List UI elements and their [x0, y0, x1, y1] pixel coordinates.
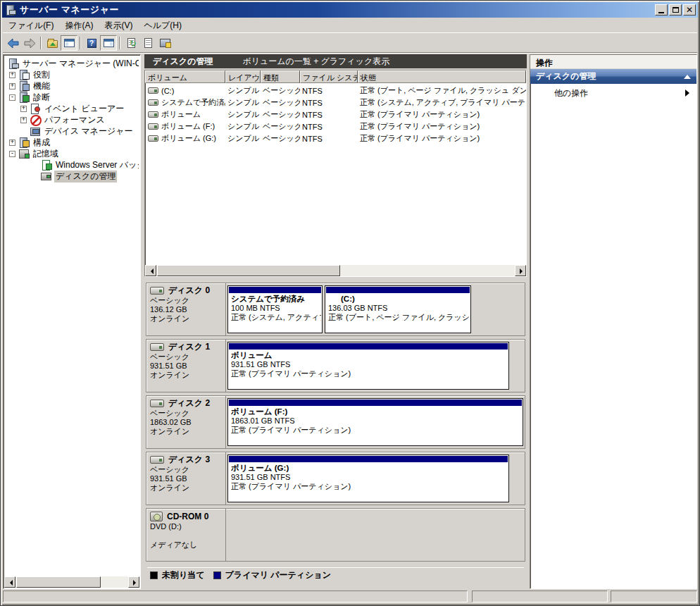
tree-item-roles[interactable]: + 役割: [5, 69, 139, 80]
volume-row-system-reserved[interactable]: システムで予約済み シンプル ベーシック NTFS 正常 (システム, アクティ…: [145, 97, 526, 109]
volume-row-c[interactable]: (C:) シンプル ベーシック NTFS 正常 (ブート, ページ ファイル, …: [145, 85, 526, 97]
menu-file[interactable]: ファイル(F): [3, 18, 59, 33]
volume-row-f[interactable]: ボリューム (F:) シンプル ベーシック NTFS 正常 (プライマリ パーテ…: [145, 120, 526, 132]
collapse-icon[interactable]: [684, 75, 691, 79]
disk-0-label[interactable]: ディスク 0 ベーシック 136.12 GB オンライン: [146, 283, 226, 335]
partition-f[interactable]: ボリューム (F:) 1863.01 GB NTFS 正常 (プライマリ パーテ…: [227, 398, 523, 446]
new-console-button[interactable]: [156, 35, 173, 51]
tree-horizontal-scrollbar[interactable]: [4, 576, 139, 588]
help-icon: ?: [87, 39, 96, 48]
toolbar-separator: [40, 37, 42, 49]
tree-item-storage[interactable]: - 記憶域: [5, 148, 139, 159]
windows-server-backup-icon: [41, 160, 52, 170]
volume-row-g[interactable]: ボリューム (G:) シンプル ベーシック NTFS 正常 (プライマリ パーテ…: [145, 132, 526, 144]
diagnostics-icon: [18, 92, 30, 102]
disk-0-partitions: システムで予約済み 100 MB NTFS 正常 (システム, アクティブ, プ…: [226, 283, 525, 335]
minimize-icon: [658, 12, 664, 13]
view-header: ディスクの管理 ボリュームの一覧 + グラフィック表示: [144, 54, 527, 68]
disk-row-3: ディスク 3 ベーシック 931.51 GB オンライン ボリューム (G:) …: [146, 452, 525, 505]
disk-management-icon: [41, 171, 52, 181]
volume-icon: [148, 87, 158, 94]
roles-icon: [18, 70, 30, 80]
show-console-tree-button[interactable]: [61, 35, 77, 51]
column-filesystem[interactable]: ファイル システム: [300, 70, 358, 83]
back-button[interactable]: [4, 35, 21, 51]
forward-button[interactable]: [21, 35, 38, 51]
tree-item-event-viewer[interactable]: + イベント ビューアー: [5, 103, 139, 114]
features-icon: [18, 81, 30, 91]
configuration-icon: [18, 137, 30, 147]
partition-system-reserved[interactable]: システムで予約済み 100 MB NTFS 正常 (システム, アクティブ, プ…: [227, 285, 323, 333]
partition-g[interactable]: ボリューム (G:) 931.51 GB NTFS 正常 (プライマリ パーティ…: [227, 455, 509, 502]
cdrom-row: CD-ROM 0 DVD (D:) メディアなし: [146, 508, 525, 562]
refresh-button[interactable]: ↻: [123, 35, 139, 51]
expander-icon[interactable]: +: [20, 117, 27, 123]
tree-item-features[interactable]: + 機能: [5, 80, 139, 92]
back-icon: [7, 38, 19, 49]
server-manager-icon: [8, 58, 19, 68]
expander-icon[interactable]: +: [20, 106, 27, 112]
disk-1-label[interactable]: ディスク 1 ベーシック 931.51 GB オンライン: [146, 340, 226, 392]
primary-partition-bar: [229, 400, 522, 406]
console-icon: [160, 39, 170, 47]
disk-3-partitions: ボリューム (G:) 931.51 GB NTFS 正常 (プライマリ パーティ…: [226, 452, 525, 505]
tree-item-server-manager[interactable]: サーバー マネージャー (WIN-OQQII3: [5, 58, 139, 69]
disk-1-partitions: ボリューム 931.51 GB NTFS 正常 (プライマリ パーティション): [226, 340, 525, 392]
scroll-left-button[interactable]: [4, 576, 15, 588]
action-pane: 操作 ディスクの管理 他の操作: [530, 54, 697, 589]
menu-action[interactable]: 操作(A): [59, 18, 99, 33]
tree-item-diagnostics[interactable]: - 診断: [5, 92, 139, 103]
expander-icon[interactable]: -: [9, 94, 15, 101]
up-one-level-button[interactable]: [44, 35, 61, 51]
maximize-button[interactable]: [669, 4, 682, 16]
column-volume[interactable]: ボリューム: [145, 70, 225, 83]
column-layout[interactable]: レイアウト: [225, 70, 261, 83]
expander-icon[interactable]: -: [9, 151, 15, 157]
disk-icon: [150, 343, 164, 351]
toolbar-separator: [80, 37, 81, 49]
partition-c[interactable]: (C:) 136.03 GB NTFS 正常 (ブート, ページ ファイル, ク…: [325, 285, 471, 333]
graphical-view: ディスク 0 ベーシック 136.12 GB オンライン システムで予約済み 1…: [144, 277, 527, 589]
primary-partition-bar: [229, 456, 508, 462]
scroll-right-button[interactable]: [515, 265, 526, 276]
expander-icon[interactable]: +: [9, 72, 15, 78]
scroll-right-button[interactable]: [128, 576, 139, 588]
show-action-pane-button[interactable]: [100, 35, 117, 51]
disk-management-view: ディスクの管理 ボリュームの一覧 + グラフィック表示 ボリューム レイアウト …: [144, 54, 527, 589]
close-icon: ✕: [686, 6, 693, 13]
disk-2-label[interactable]: ディスク 2 ベーシック 1863.02 GB オンライン: [146, 396, 226, 448]
expander-icon[interactable]: +: [9, 140, 15, 146]
properties-button[interactable]: [139, 35, 156, 51]
tree-item-disk-management[interactable]: ディスクの管理: [5, 171, 139, 182]
legend-primary-partition: プライマリ パーティション: [225, 569, 331, 581]
menu-view[interactable]: 表示(V): [99, 18, 138, 33]
performance-icon: [30, 115, 41, 125]
volume-list-horizontal-scrollbar[interactable]: [145, 265, 526, 276]
disk-row-0: ディスク 0 ベーシック 136.12 GB オンライン システムで予約済み 1…: [146, 283, 525, 336]
maximize-icon: [673, 7, 679, 13]
disk-3-label[interactable]: ディスク 3 ベーシック 931.51 GB オンライン: [146, 452, 226, 505]
volume-row-volume[interactable]: ボリューム シンプル ベーシック NTFS 正常 (プライマリ パーティション): [145, 109, 526, 120]
column-type[interactable]: 種類: [261, 70, 300, 83]
menu-help[interactable]: ヘルプ(H): [138, 18, 187, 33]
scrollbar-thumb[interactable]: [157, 265, 340, 276]
scroll-left-button[interactable]: [145, 265, 156, 276]
forward-icon: [24, 38, 36, 49]
tree-item-configuration[interactable]: + 構成: [5, 137, 139, 148]
column-status[interactable]: 状態: [358, 70, 526, 83]
partition-volume[interactable]: ボリューム 931.51 GB NTFS 正常 (プライマリ パーティション): [227, 342, 509, 390]
scrollbar-thumb[interactable]: [16, 576, 101, 588]
tree-item-device-manager[interactable]: デバイス マネージャー: [5, 125, 139, 137]
minimize-button[interactable]: [655, 4, 668, 16]
tree-item-windows-server-backup[interactable]: Windows Server バックアップ: [5, 159, 139, 171]
expander-icon[interactable]: +: [9, 83, 15, 89]
cdrom-icon: [150, 512, 163, 521]
volume-icon: [148, 111, 158, 118]
close-button[interactable]: ✕: [683, 4, 696, 16]
more-actions-item[interactable]: 他の操作: [530, 84, 696, 102]
action-section-disk-management[interactable]: ディスクの管理: [530, 69, 696, 84]
tree-item-performance[interactable]: + パフォーマンス: [5, 114, 139, 125]
help-button[interactable]: ?: [83, 35, 100, 51]
cdrom-label[interactable]: CD-ROM 0 DVD (D:) メディアなし: [146, 509, 226, 561]
menubar: ファイル(F) 操作(A) 表示(V) ヘルプ(H): [3, 19, 697, 33]
